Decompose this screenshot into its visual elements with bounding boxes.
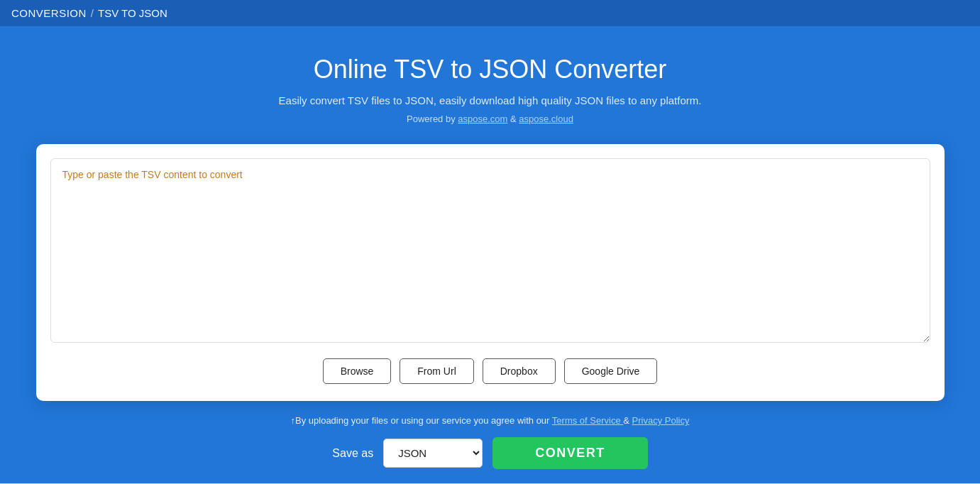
upload-buttons: Browse From Url Dropbox Google Drive	[50, 358, 930, 384]
action-row: Save as JSON XML CSV XLSX CONVERT	[332, 437, 647, 469]
page-title: Online TSV to JSON Converter	[314, 55, 667, 84]
terms-of-service-link[interactable]: Terms of Service	[552, 415, 623, 426]
top-bar: CONVERSION / TSV TO JSON	[0, 0, 980, 26]
privacy-policy-link[interactable]: Privacy Policy	[632, 415, 690, 426]
converter-card: Browse From Url Dropbox Google Drive	[36, 144, 945, 401]
save-as-label: Save as	[332, 447, 373, 460]
format-select[interactable]: JSON XML CSV XLSX	[383, 439, 483, 468]
breadcrumb-separator: /	[91, 7, 94, 19]
aspose-com-link[interactable]: aspose.com	[458, 114, 507, 124]
tsv-input[interactable]	[50, 158, 930, 343]
aspose-cloud-link[interactable]: aspose.cloud	[519, 114, 573, 124]
terms-row: ↑By uploading your files or using our se…	[291, 415, 690, 426]
terms-amp: &	[623, 415, 629, 426]
google-drive-button[interactable]: Google Drive	[564, 358, 658, 384]
main-content: Online TSV to JSON Converter Easily conv…	[0, 26, 980, 483]
breadcrumb-conversion[interactable]: CONVERSION	[11, 7, 87, 19]
from-url-button[interactable]: From Url	[400, 358, 473, 384]
breadcrumb-page: TSV TO JSON	[98, 7, 167, 19]
convert-button[interactable]: CONVERT	[492, 437, 648, 469]
powered-by-amp: &	[510, 114, 517, 124]
powered-by: Powered by aspose.com & aspose.cloud	[407, 114, 573, 124]
browse-button[interactable]: Browse	[323, 358, 392, 384]
page-subtitle: Easily convert TSV files to JSON, easily…	[279, 94, 702, 106]
terms-prefix: ↑By uploading your files or using our se…	[291, 415, 550, 426]
powered-by-prefix: Powered by	[407, 114, 456, 124]
dropbox-button[interactable]: Dropbox	[483, 358, 556, 384]
